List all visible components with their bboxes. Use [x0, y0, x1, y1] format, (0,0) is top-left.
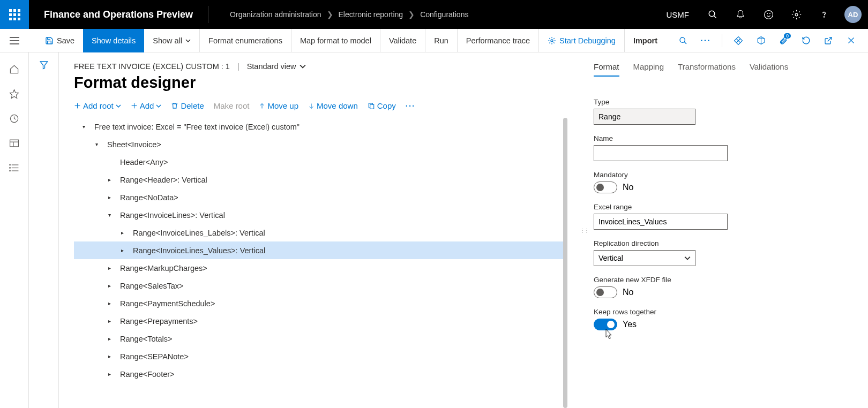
start-debugging-button[interactable]: Start Debugging: [539, 29, 625, 52]
page-context: FREE TEXT INVOICE (EXCEL) CUSTOM : 1 | S…: [74, 62, 568, 71]
validate-button[interactable]: Validate: [380, 29, 425, 52]
show-details-button[interactable]: Show details: [83, 29, 144, 52]
tree-row[interactable]: ▾Free text invoice: Excel = "Free text i…: [74, 118, 563, 135]
tree-row[interactable]: ▾Range<InvoiceLines>: Vertical: [74, 206, 563, 224]
app-launcher-button[interactable]: [0, 0, 29, 29]
attachments-button[interactable]: 0: [775, 32, 792, 49]
workspaces-button[interactable]: [9, 137, 20, 149]
caret-down-icon[interactable]: ▾: [105, 212, 114, 218]
copy-icon: [368, 102, 375, 110]
company-selector[interactable]: USMF: [657, 10, 699, 19]
filter-button[interactable]: [39, 60, 49, 408]
feedback-button[interactable]: [754, 0, 782, 29]
nav-toggle-button[interactable]: [0, 29, 29, 52]
breadcrumb-item[interactable]: Configurations: [420, 10, 468, 19]
excel-range-field[interactable]: [594, 214, 728, 230]
add-button[interactable]: Add: [131, 101, 162, 110]
import-button[interactable]: Import: [625, 29, 666, 52]
caret-right-icon[interactable]: ▸: [118, 230, 126, 236]
package-button[interactable]: [752, 32, 769, 49]
splitter-handle[interactable]: ⋮⋮: [579, 52, 589, 408]
more-button[interactable]: ···: [406, 101, 416, 110]
tab-format[interactable]: Format: [594, 62, 619, 77]
tab-mapping[interactable]: Mapping: [633, 62, 664, 77]
type-field[interactable]: [594, 109, 695, 125]
tree-row[interactable]: ▸Range<SalesTax>: [74, 277, 563, 294]
map-format-button[interactable]: Map format to model: [291, 29, 380, 52]
recent-button[interactable]: [9, 112, 20, 124]
diamond-button[interactable]: [730, 32, 747, 49]
debug-icon: [548, 36, 556, 45]
add-root-button[interactable]: Add root: [74, 101, 121, 110]
format-enumerations-button[interactable]: Format enumerations: [200, 29, 291, 52]
move-up-button[interactable]: Move up: [259, 101, 298, 110]
move-down-button[interactable]: Move down: [308, 101, 358, 110]
tree-label: Range<SalesTax>: [120, 282, 184, 290]
caret-right-icon[interactable]: ▸: [105, 177, 114, 183]
caret-right-icon[interactable]: ▸: [105, 371, 114, 377]
run-button[interactable]: Run: [425, 29, 458, 52]
save-button[interactable]: Save: [36, 29, 83, 52]
view-selector[interactable]: Standard view: [247, 62, 306, 71]
caret-right-icon[interactable]: ▸: [105, 283, 114, 289]
xfdf-value: No: [623, 288, 633, 297]
tree-row[interactable]: ▸Range<Prepayments>: [74, 312, 563, 330]
format-tree: ▾Free text invoice: Excel = "Free text i…: [74, 118, 568, 408]
home-button[interactable]: [9, 63, 20, 75]
help-button[interactable]: [810, 0, 838, 29]
close-button[interactable]: [842, 32, 859, 49]
tree-row[interactable]: ▸Range<Header>: Vertical: [74, 171, 563, 188]
tree-row[interactable]: ▸Range<MarkupCharges>: [74, 259, 563, 277]
breadcrumb-item[interactable]: Electronic reporting: [339, 10, 403, 19]
replication-select[interactable]: Vertical: [594, 250, 695, 266]
caret-down-icon[interactable]: ▾: [92, 141, 101, 147]
tree-row[interactable]: ▸Range<NoData>: [74, 188, 563, 206]
modules-button[interactable]: [9, 162, 20, 173]
show-all-button[interactable]: Show all: [144, 29, 200, 52]
mandatory-toggle[interactable]: [594, 182, 617, 193]
scrollbar[interactable]: [563, 118, 567, 408]
chevron-down-icon: [300, 64, 306, 69]
tree-label: Range<InvoiceLines_Values>: Vertical: [133, 246, 265, 255]
performance-trace-button[interactable]: Performance trace: [458, 29, 539, 52]
tree-row[interactable]: ▸Range<Totals>: [74, 330, 563, 347]
tab-validations[interactable]: Validations: [750, 62, 788, 77]
refresh-button[interactable]: [797, 32, 814, 49]
tab-transformations[interactable]: Transformations: [678, 62, 736, 77]
copy-button[interactable]: Copy: [368, 101, 396, 110]
xfdf-toggle[interactable]: [594, 286, 617, 298]
hamburger-icon: [10, 37, 19, 44]
avatar[interactable]: AD: [844, 6, 862, 23]
tree-row[interactable]: ▸Range<PaymentSchedule>: [74, 294, 563, 312]
delete-button[interactable]: Delete: [171, 101, 204, 110]
smiley-icon: [764, 10, 774, 20]
caret-right-icon[interactable]: ▸: [105, 336, 114, 342]
move-down-label: Move down: [317, 101, 358, 110]
more-actions-button[interactable]: ···: [697, 32, 714, 49]
caret-right-icon[interactable]: ▸: [105, 353, 114, 359]
search-action-button[interactable]: [675, 32, 692, 49]
tree-row[interactable]: ▸Range<InvoiceLines_Values>: Vertical: [74, 241, 563, 259]
tree-row[interactable]: ▸Range<Footer>: [74, 365, 563, 383]
caret-right-icon[interactable]: ▸: [118, 247, 126, 253]
caret-down-icon[interactable]: ▾: [79, 124, 88, 130]
tree-row[interactable]: ▸Range<InvoiceLines_Labels>: Vertical: [74, 224, 563, 241]
caret-right-icon[interactable]: ▸: [105, 265, 114, 271]
tree-row[interactable]: ▾Sheet<Invoice>: [74, 135, 563, 153]
notifications-button[interactable]: [727, 0, 754, 29]
favorites-button[interactable]: [9, 88, 20, 100]
tree-row[interactable]: Header<Any>: [74, 153, 563, 171]
name-field[interactable]: [594, 145, 728, 161]
chevron-down-icon: [185, 39, 191, 42]
keep-rows-toggle[interactable]: [594, 319, 617, 330]
search-button[interactable]: [699, 0, 727, 29]
arrow-up-icon: [259, 102, 265, 110]
caret-right-icon[interactable]: ▸: [105, 318, 114, 324]
settings-button[interactable]: [782, 0, 810, 29]
caret-right-icon[interactable]: ▸: [105, 194, 114, 200]
caret-right-icon[interactable]: ▸: [105, 300, 114, 306]
tree-label: Range<Footer>: [120, 370, 175, 379]
popout-button[interactable]: [820, 32, 837, 49]
breadcrumb-item[interactable]: Organization administration: [230, 10, 321, 19]
tree-row[interactable]: ▸Range<SEPANote>: [74, 347, 563, 365]
